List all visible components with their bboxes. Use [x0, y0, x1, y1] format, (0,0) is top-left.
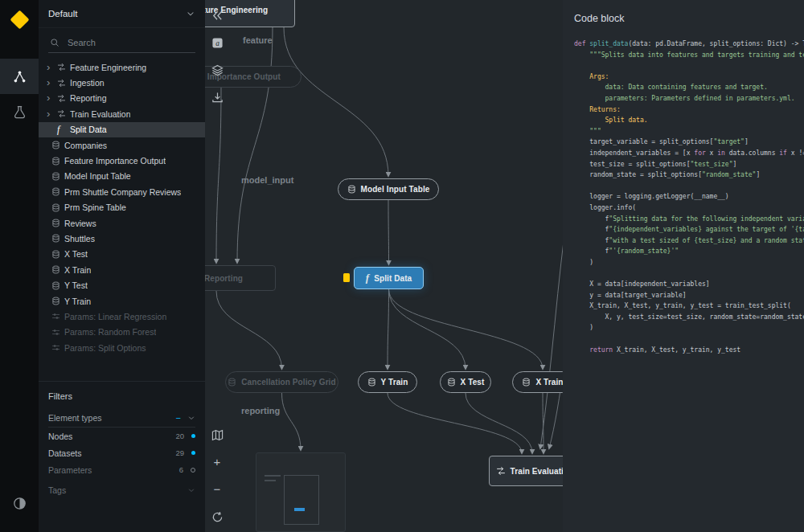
node-model-input-table[interactable]: Model Input Table: [338, 178, 439, 200]
tree-item-params-linear-regression[interactable]: Params: Linear Regression: [39, 309, 205, 324]
zoom-out-button[interactable]: −: [208, 481, 226, 498]
tree-item-label: Companies: [64, 141, 107, 150]
search-bar: [48, 33, 195, 53]
layers-icon: [211, 64, 224, 76]
filter-group-element-types[interactable]: Element types −: [48, 409, 195, 428]
tags-label: Tags: [48, 485, 66, 495]
reset-button[interactable]: [208, 508, 226, 526]
minimap-icon: [211, 429, 224, 441]
collapse-icon: [211, 10, 224, 22]
tree-item-feature-engineering[interactable]: ›Feature Engineering: [39, 59, 205, 75]
filter-toggle-dot[interactable]: [191, 434, 195, 438]
layers-button[interactable]: [208, 61, 226, 79]
database-icon: [51, 172, 64, 181]
expand-chevron-icon[interactable]: ›: [47, 63, 57, 72]
pipeline-icon: [57, 109, 70, 118]
tree-item-label: Params: Split Options: [64, 343, 146, 353]
rail-view-buttons: [0, 59, 39, 129]
tree-item-y-test[interactable]: Y Test: [39, 277, 205, 293]
theme-contrast-button[interactable]: [0, 485, 39, 521]
tree-item-train-evaluation[interactable]: ›Train Evaluation: [39, 106, 205, 121]
flowchart-view-button[interactable]: [0, 59, 39, 94]
filter-count: 29: [175, 448, 184, 457]
nodes-layer: Feature EngineeringFeature Importance Ou…: [205, 0, 563, 532]
tree-item-split-data[interactable]: fSplit Data: [39, 122, 205, 137]
canvas-toolbar: a +−: [205, 0, 229, 532]
export-button[interactable]: [208, 88, 226, 106]
svg-text:a: a: [215, 39, 219, 47]
tree-item-prm-spine-table[interactable]: Prm Spine Table: [39, 200, 205, 215]
filter-label: Datasets: [48, 448, 81, 458]
tree-item-x-test[interactable]: X Test: [39, 247, 205, 262]
tree-item-companies[interactable]: Companies: [39, 137, 205, 153]
database-icon: [51, 281, 64, 290]
node-label: Split Data: [374, 274, 412, 283]
filter-toggle-dot[interactable]: [191, 451, 195, 455]
zoom-out-icon: −: [214, 482, 221, 497]
tree-item-reviews[interactable]: Reviews: [39, 215, 205, 231]
expand-chevron-icon[interactable]: ›: [47, 94, 57, 102]
tree-item-label: Model Input Table: [64, 171, 131, 181]
expand-chevron-icon[interactable]: ›: [47, 79, 57, 87]
pipeline-selector[interactable]: Default: [39, 0, 205, 28]
tree-item-label: Y Train: [64, 297, 91, 306]
chevron-down-icon: [187, 486, 195, 494]
zoom-in-button[interactable]: +: [208, 453, 226, 471]
tree-item-feature-importance-output[interactable]: Feature Importance Output: [39, 153, 205, 168]
flowchart-canvas[interactable]: Feature EngineeringFeature Importance Ou…: [205, 0, 563, 532]
reset-icon: [211, 511, 224, 523]
tree-item-prm-shuttle-company-reviews[interactable]: Prm Shuttle Company Reviews: [39, 184, 205, 199]
filters-title: Filters: [48, 391, 195, 401]
tree-item-label: Ingestion: [70, 78, 105, 88]
node-cancellation-policy-grid[interactable]: Cancellation Policy Grid: [225, 371, 338, 393]
group-label-model-input: model_input: [241, 175, 293, 185]
tree-item-params-random-forest[interactable]: Params: Random Forest: [39, 325, 205, 340]
node-y-train[interactable]: Y Train: [358, 371, 417, 393]
parameters-icon: [51, 343, 64, 352]
experiments-icon: [13, 105, 27, 119]
tree-item-ingestion[interactable]: ›Ingestion: [39, 75, 205, 90]
tree-item-shuttles[interactable]: Shuttles: [39, 231, 205, 246]
chevron-down-icon[interactable]: [187, 414, 195, 422]
filter-label: Nodes: [48, 432, 72, 441]
node-label: Model Input Table: [361, 185, 430, 194]
labels-icon: a: [211, 37, 224, 49]
filter-count: 6: [179, 465, 183, 474]
app-rail: [0, 0, 39, 532]
tree-item-reporting[interactable]: ›Reporting: [39, 91, 205, 106]
tree-item-label: Split Data: [70, 125, 107, 134]
zoom-in-icon: +: [214, 455, 221, 469]
tree-item-model-input-table[interactable]: Model Input Table: [39, 169, 205, 184]
node-x-test[interactable]: X Test: [440, 371, 491, 393]
node-train-evaluation[interactable]: Train Evaluation: [489, 456, 563, 486]
filter-toggle-dot[interactable]: [191, 468, 195, 473]
tags-section[interactable]: Tags: [48, 485, 195, 495]
tree-item-x-train[interactable]: X Train: [39, 262, 205, 277]
node-chart-preview[interactable]: [256, 452, 346, 532]
tree-item-params-split-options[interactable]: Params: Split Options: [39, 340, 205, 355]
filter-row-parameters[interactable]: Parameters6: [48, 461, 195, 478]
search-input[interactable]: [66, 37, 194, 48]
database-icon: [51, 250, 64, 259]
node-label: X Train: [535, 378, 563, 387]
experiments-view-button[interactable]: [0, 94, 39, 129]
node-x-train[interactable]: X Train: [512, 371, 563, 393]
expand-chevron-icon[interactable]: ›: [47, 110, 57, 118]
database-icon: [51, 219, 64, 227]
sidebar: Default ›Feature Engineering›Ingestion›R…: [39, 0, 205, 532]
indeterminate-minus-icon[interactable]: −: [176, 413, 181, 423]
pipeline-icon: [496, 466, 506, 476]
filter-row-datasets[interactable]: Datasets29: [48, 444, 195, 461]
tree-item-label: Reviews: [64, 219, 96, 228]
database-icon: [51, 141, 64, 149]
filter-rows: Nodes20Datasets29Parameters6: [48, 428, 195, 478]
labels-button[interactable]: a: [208, 34, 226, 51]
parameter-indicator: [343, 273, 350, 282]
minimap-button[interactable]: [208, 426, 226, 444]
collapse-button[interactable]: [208, 6, 226, 24]
node-split-data[interactable]: fSplit Data: [354, 267, 424, 289]
filter-row-nodes[interactable]: Nodes20: [48, 428, 195, 444]
database-icon: [51, 203, 64, 212]
node-label: Train Evaluation: [511, 467, 563, 476]
tree-item-y-train[interactable]: Y Train: [39, 293, 205, 309]
